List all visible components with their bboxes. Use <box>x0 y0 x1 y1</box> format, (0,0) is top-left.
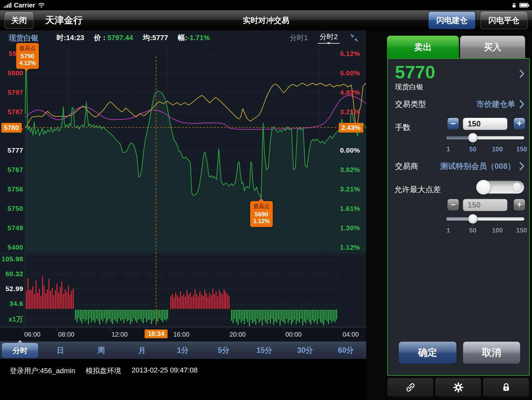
login-user: 登录用户:456_admin <box>10 366 75 400</box>
sell-price: 5770 <box>395 63 435 81</box>
chevron-right-icon <box>519 162 525 171</box>
left-axis-label: 5749 <box>0 224 23 232</box>
tick-label: 1 <box>446 146 450 153</box>
quote-stat: 价 : 5797.44 <box>94 33 133 43</box>
carrier-label: Carrier <box>14 2 35 9</box>
lock-button[interactable] <box>483 378 529 397</box>
trade-panel: 卖出 买入 5770 现货白银 交易类型 市价建仓单 <box>366 30 532 400</box>
right-axis-label: 5.12% <box>340 50 360 58</box>
tab-minute1[interactable]: 分时1 <box>290 33 308 43</box>
close-button[interactable]: 关闭 <box>5 12 34 29</box>
instrument-name: 现货白银 <box>9 33 38 43</box>
right-axis-label: 3.82% <box>340 166 360 174</box>
spread-input[interactable] <box>463 199 507 211</box>
lots-minus-button[interactable]: − <box>447 118 459 129</box>
tab-minute2[interactable]: 分时2 <box>318 32 340 44</box>
lots-slider-ticks: 1 50 100 150 <box>446 142 524 153</box>
current-price-badge: 5780 <box>1 123 22 133</box>
lots-label: 手数 <box>395 122 410 133</box>
chart-callout: 最高点56901.12% <box>250 201 273 227</box>
tab-buy[interactable]: 买入 <box>460 36 525 58</box>
slider-knob[interactable] <box>468 214 478 224</box>
period-tab-1[interactable]: 分时 <box>2 343 38 358</box>
quote-stat: 幅:-1.71% <box>178 33 210 43</box>
quote-stat: 均:5777 <box>143 33 168 43</box>
slider-knob[interactable] <box>468 133 478 143</box>
environment-label: 模拟盘环境 <box>86 366 121 400</box>
tick-label: 100 <box>492 146 503 153</box>
period-tab-8[interactable]: 30分 <box>285 345 325 355</box>
right-axis-label: 3.21% <box>340 108 360 116</box>
tick-label: 150 <box>516 146 527 153</box>
lots-slider[interactable] <box>446 135 524 141</box>
crosshair-time-badge: 18:34 <box>144 330 167 338</box>
period-tab-5[interactable]: 1分 <box>162 345 203 355</box>
signal-strength-icon <box>4 3 11 8</box>
left-axis-label: 5400 <box>0 243 23 251</box>
spread-minus-button[interactable]: − <box>447 199 459 211</box>
link-icon <box>405 382 416 393</box>
trade-type-row[interactable]: 交易类型 市价建仓单 <box>395 99 525 109</box>
chevron-right-icon[interactable] <box>519 69 525 78</box>
gear-icon <box>452 382 464 393</box>
tick-label: 1 <box>446 227 450 234</box>
collapse-chart-icon[interactable] <box>349 33 359 43</box>
trade-type-label: 交易类型 <box>395 99 473 109</box>
left-axis-label: 5797 <box>0 89 23 96</box>
x-axis-label: 20:00 <box>229 331 246 338</box>
lots-plus-button[interactable]: + <box>514 118 525 129</box>
time-axis: 06:0008:0012:0018:3416:0020:0000:0004:00 <box>0 327 366 341</box>
flash-close-button[interactable]: 闪电平仓 <box>480 12 527 29</box>
period-tab-7[interactable]: 15分 <box>244 345 285 355</box>
spread-plus-button[interactable]: + <box>514 199 525 211</box>
tick-label: 50 <box>469 227 476 234</box>
period-tab-4[interactable]: 月 <box>122 345 162 355</box>
max-spread-toggle[interactable] <box>476 181 524 194</box>
period-tab-3[interactable]: 周 <box>81 345 122 355</box>
chevron-right-icon <box>519 100 525 109</box>
right-axis-label: 4.82% <box>340 89 360 96</box>
period-tab-2[interactable]: 日 <box>40 345 81 355</box>
right-axis-label: 1.12% <box>340 243 360 251</box>
spread-stepper: − + <box>447 199 524 212</box>
app-screen: Carrier 关闭 天津金行 实时对冲交易 闪电建仓 闪电平仓 现货白银 时:… <box>0 0 532 400</box>
spread-slider[interactable] <box>446 216 524 222</box>
confirm-button[interactable]: 确定 <box>399 341 457 364</box>
tab-sell[interactable]: 卖出 <box>387 36 459 58</box>
left-axis-label: 52.99 <box>0 285 23 293</box>
x-axis-label: 04:00 <box>343 331 359 338</box>
settings-button[interactable] <box>435 378 481 397</box>
quote-block[interactable]: 5770 现货白银 <box>395 63 435 92</box>
lock-icon <box>501 382 511 393</box>
cancel-button[interactable]: 取消 <box>463 341 520 364</box>
left-axis-label: 5750 <box>0 205 23 212</box>
tick-label: 100 <box>492 227 503 234</box>
period-tab-6[interactable]: 5分 <box>203 345 244 355</box>
chart-canvas <box>0 45 366 327</box>
link-button[interactable] <box>387 378 433 397</box>
broker-value: 测试特别会员（008） <box>440 161 515 171</box>
x-axis-label: 16:00 <box>173 331 189 338</box>
left-axis-label: 5767 <box>0 166 23 174</box>
left-axis-label: 5800 <box>0 69 23 77</box>
price-chart[interactable]: 5958005797578757775777576757565750574954… <box>0 45 366 327</box>
x-axis-label: 12:00 <box>112 331 128 338</box>
period-tab-9[interactable]: 60分 <box>325 345 366 355</box>
x-axis-label: 08:00 <box>58 331 74 338</box>
right-axis-label: 0.00% <box>340 146 360 154</box>
wifi-icon <box>38 3 45 8</box>
flash-open-button[interactable]: 闪电建仓 <box>428 12 475 29</box>
lots-stepper: − + <box>447 118 524 131</box>
battery-icon <box>519 3 528 7</box>
order-form: 5770 现货白银 交易类型 市价建仓单 手数 − + <box>387 58 530 376</box>
lots-input[interactable] <box>463 118 507 130</box>
current-price-badge: 2.43% <box>339 123 363 133</box>
broker-row[interactable]: 交易商 测试特别会员（008） <box>395 161 525 171</box>
tick-label: 50 <box>469 146 476 153</box>
x-axis-label: 00:00 <box>285 331 302 338</box>
trade-type-value: 市价建仓单 <box>476 99 515 109</box>
session-status-bar: 登录用户:456_admin 模拟盘环境 2013-02-25 09:47:08 <box>0 359 366 400</box>
right-axis-label: 1.61% <box>340 205 360 212</box>
right-axis-label: 5.00% <box>340 69 360 77</box>
left-axis-label: 5777 <box>0 146 23 154</box>
